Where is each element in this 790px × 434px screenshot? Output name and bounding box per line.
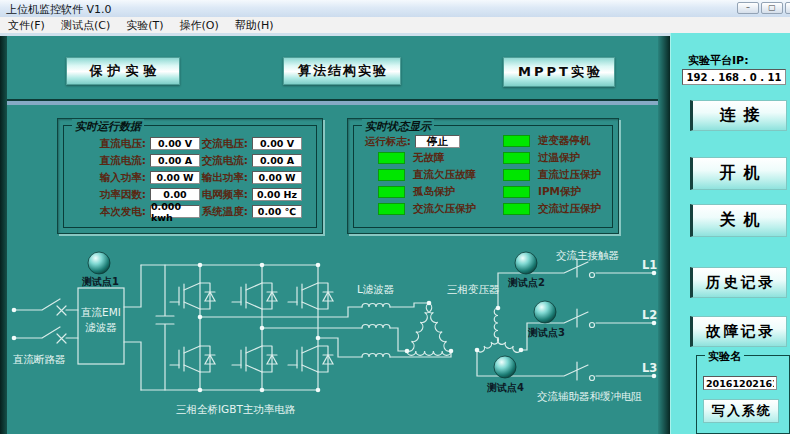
dc-overvoltage-protect-label: 直流过压保护: [538, 168, 601, 182]
platform-ip-label: 实验平台IP:: [688, 53, 749, 68]
ac-main-contactor-label: 交流主接触器: [556, 249, 619, 261]
igbt-bridge-label: 三相全桥IGBT主功率电路: [176, 403, 296, 415]
islanding-protect-led: [378, 186, 405, 198]
power-on-button[interactable]: 开机: [690, 157, 787, 190]
test-point-2-label: 测试点2: [507, 277, 545, 288]
test-point-1-button[interactable]: [88, 252, 110, 274]
energy-label: 本次发电:: [88, 205, 146, 219]
inverter-stop-label: 逆变器停机: [538, 134, 591, 148]
run-flag-label: 运行标志:: [356, 135, 411, 149]
menu-help[interactable]: 帮助(H): [227, 18, 282, 33]
islanding-protect-label: 孤岛保护: [413, 185, 455, 199]
phase-l2-label: L2: [642, 308, 657, 322]
circuit-diagram: 直流断路器 直流EMI 滤波器 三相全桥IGBT主功率电路 L滤波器 三相变压器…: [0, 240, 670, 434]
menu-file[interactable]: 文件(F): [0, 18, 53, 33]
overtemp-protect-label: 过温保护: [538, 151, 580, 165]
test-point-3-label: 测试点3: [527, 327, 565, 338]
ipm-protect-led: [503, 186, 530, 198]
ac-current-value: 0.00 A: [252, 154, 302, 167]
menu-experiment[interactable]: 实验(T): [118, 18, 171, 33]
menu-operate[interactable]: 操作(O): [172, 18, 227, 33]
phase-l3-label: L3: [642, 361, 657, 375]
status-panel: 实时状态显示 运行标志: 停止 无故障 直流欠压故障 孤岛保护 交流欠压保护 逆…: [347, 118, 619, 234]
running-data-panel: 实时运行数据 直流电压:0.00 V 直流电流:0.00 A 输入功率:0.00…: [57, 118, 323, 234]
menu-testpoint[interactable]: 测试点(C): [53, 18, 118, 33]
horizontal-divider: [7, 99, 658, 107]
transformer-label: 三相变压器: [447, 283, 500, 295]
phase-l1-label: L1: [642, 258, 657, 272]
ac-overvoltage-protect-led: [503, 203, 530, 215]
window-inner-edge: [0, 33, 670, 36]
dc-undervoltage-fault-label: 直流欠压故障: [413, 168, 476, 182]
input-power-label: 输入功率:: [88, 171, 146, 185]
title-bar: 上位机监控软件 V1.0 – ▢ ✕: [0, 0, 790, 18]
ac-aux-label: 交流辅助器和缓冲电阻: [537, 390, 643, 402]
history-record-button[interactable]: 历史记录: [690, 267, 787, 298]
system-temp-label: 系统温度:: [190, 205, 248, 219]
dc-breaker-label: 直流断路器: [13, 353, 66, 365]
dc-current-label: 直流电流:: [88, 154, 146, 168]
igbt-top-leg1: [170, 283, 215, 309]
igbt-bottom-leg2: [232, 346, 277, 372]
power-off-button[interactable]: 关机: [690, 204, 787, 237]
window-title: 上位机监控软件 V1.0: [6, 2, 112, 17]
test-point-4-label: 测试点4: [486, 382, 524, 393]
close-icon[interactable]: ✕: [785, 2, 790, 14]
experiment-name-title: 实验名: [705, 349, 744, 364]
experiment-name-groupbox: 实验名 写入系统: [696, 355, 790, 434]
run-flag-value: 停止: [415, 135, 460, 148]
dc-overvoltage-protect-led: [503, 169, 530, 181]
ac-voltage-label: 交流电压:: [190, 137, 248, 151]
no-fault-label: 无故障: [413, 151, 445, 165]
grid-frequency-value: 0.00 Hz: [252, 188, 302, 201]
algorithm-structure-experiment-button[interactable]: 算法结构实验: [283, 57, 401, 85]
inverter-stop-led: [503, 135, 530, 147]
igbt-top-leg3: [288, 283, 333, 309]
ac-undervoltage-protect-led: [378, 203, 405, 215]
no-fault-led: [378, 152, 405, 164]
write-system-button[interactable]: 写入系统: [703, 399, 779, 423]
dc-undervoltage-fault-led: [378, 169, 405, 181]
window-controls: – ▢ ✕: [737, 2, 790, 14]
ipm-protect-label: IPM保护: [538, 185, 581, 199]
igbt-top-leg2: [232, 283, 277, 309]
platform-ip-input[interactable]: [682, 69, 786, 85]
ac-overvoltage-protect-label: 交流过压保护: [538, 202, 601, 216]
ac-undervoltage-protect-label: 交流欠压保护: [413, 202, 476, 216]
ac-voltage-value: 0.00 V: [252, 137, 302, 150]
igbt-bottom-leg1: [170, 346, 215, 372]
protection-experiment-button[interactable]: 保护实验: [66, 57, 180, 85]
minimize-icon[interactable]: –: [737, 2, 759, 14]
system-temp-value: 0.00 ℃: [252, 205, 302, 218]
app-window: 上位机监控软件 V1.0 – ▢ ✕ 文件(F) 测试点(C) 实验(T) 操作…: [0, 0, 790, 434]
emi-filter-label-line1: 直流EMI: [81, 306, 121, 318]
maximize-icon[interactable]: ▢: [761, 2, 783, 14]
running-data-title: 实时运行数据: [72, 119, 144, 134]
experiment-name-input[interactable]: [703, 376, 777, 390]
menu-bar: 文件(F) 测试点(C) 实验(T) 操作(O) 帮助(H): [0, 17, 790, 34]
l-filter-label: L滤波器: [357, 283, 394, 295]
power-factor-label: 功率因数:: [88, 188, 146, 202]
status-title: 实时状态显示: [362, 119, 434, 134]
fault-record-button[interactable]: 故障记录: [690, 316, 787, 347]
test-point-2-button[interactable]: [515, 252, 537, 274]
mppt-experiment-button[interactable]: MPPT实验: [503, 57, 615, 87]
dc-voltage-label: 直流电压:: [88, 137, 146, 151]
connect-button[interactable]: 连接: [690, 100, 787, 131]
emi-filter-label-line2: 滤波器: [85, 321, 117, 333]
output-power-value: 0.00 W: [252, 171, 302, 184]
grid-frequency-label: 电网频率:: [190, 188, 248, 202]
output-power-label: 输出功率:: [190, 171, 248, 185]
ac-current-label: 交流电流:: [190, 154, 248, 168]
overtemp-protect-led: [503, 152, 530, 164]
test-point-4-button[interactable]: [494, 356, 516, 378]
test-point-1-label: 测试点1: [81, 276, 119, 287]
igbt-bottom-leg3: [288, 346, 333, 372]
test-point-3-button[interactable]: [534, 301, 556, 323]
